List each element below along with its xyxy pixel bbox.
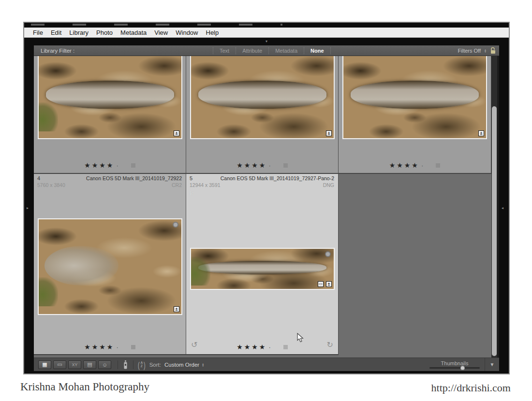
menu-view[interactable]: View (150, 29, 172, 36)
fifth-star-dot[interactable]: · (421, 162, 423, 169)
grid-right-edge (497, 56, 499, 358)
painter-tool-button[interactable] (122, 360, 129, 370)
rating-row: ★★★★ · (186, 343, 338, 351)
rating-row: ★★★★ · (34, 161, 186, 169)
filter-tab-text[interactable]: Text (213, 47, 236, 54)
toolbar-divider (133, 360, 133, 369)
star-rating[interactable]: ★★★★ (236, 161, 266, 169)
adjustment-badge[interactable]: ± (174, 306, 179, 312)
titlebar-remnant-marks (31, 24, 282, 26)
loupe-view-icon: ▭ (57, 361, 62, 368)
sort-direction-icon: ( (138, 359, 140, 369)
adjustment-badge[interactable]: ± (478, 130, 484, 136)
star-rating[interactable]: ★★★★ (84, 161, 114, 169)
filters-status-arrows-icon[interactable]: ▲▼ (484, 49, 487, 53)
thumbnails-label: Thumbnails (441, 360, 469, 366)
compare-view-button[interactable]: XY (68, 360, 81, 369)
photo-thumbnail-4[interactable]: ± (38, 218, 182, 315)
cell-filename: Canon EOS 5D Mark III_20141019_72927-Pan… (221, 175, 334, 181)
survey-view-button[interactable]: ▤ (83, 360, 96, 369)
right-panel-collapse-icon[interactable]: ◂ (502, 206, 503, 210)
loupe-view-button[interactable]: ▭ (53, 360, 66, 369)
thumbnail-badge (436, 163, 440, 168)
fifth-star-dot[interactable]: · (116, 344, 118, 351)
photo-thumbnail-2[interactable]: ± (190, 56, 335, 139)
toolbar: ▦ ▭ XY ▤ ☺ ( AZ ) Sort: Custom Order (34, 358, 499, 371)
grid-scrollbar-thumb[interactable] (492, 106, 497, 356)
filter-tab-attribute[interactable]: Attribute (236, 47, 268, 54)
thumbnails-slider-thumb[interactable] (460, 366, 465, 370)
library-filter-label: Library Filter : (41, 48, 74, 54)
library-filter-bar: Library Filter : Text Attribute Metadata… (34, 45, 499, 56)
grid-cell-1[interactable]: ± ★★★★ · (34, 56, 186, 174)
right-panel-strip: ◂ (499, 45, 509, 371)
filters-status-dropdown[interactable]: Filters Off (458, 48, 481, 54)
grid-cell-5-selected[interactable]: 5 Canon EOS 5D Mark III_20141019_72927-P… (186, 174, 339, 355)
sort-order-dropdown[interactable]: Custom Order (164, 362, 199, 368)
cell-filename: Canon EOS 5D Mark III_20141019_72922 (86, 175, 182, 181)
cell-format: DNG (323, 182, 334, 188)
cell-dimensions: 12944 x 3591 (190, 182, 221, 188)
menu-library[interactable]: Library (65, 29, 92, 36)
thumbnail-badge (283, 345, 288, 349)
grid-scrollbar-track[interactable] (491, 56, 497, 358)
filter-tabs: Text Attribute Metadata None (213, 45, 331, 56)
grid-cell-4[interactable]: 4 Canon EOS 5D Mark III_20141019_72922 5… (34, 174, 186, 355)
adjustment-badge-glyph: ± (176, 131, 178, 136)
rating-row: ★★★★ · (34, 343, 186, 351)
cropped-titlebar-remnant (24, 23, 509, 28)
grid-view-icon: ▦ (42, 361, 47, 368)
left-panel-strip: ▸ (24, 45, 34, 371)
filter-tab-metadata[interactable]: Metadata (268, 47, 304, 54)
thumbnail-badge (283, 163, 288, 168)
thumbnails-size-control: Thumbnails (429, 360, 480, 369)
grid-cell-3[interactable]: ± ★★★★ · (339, 56, 491, 174)
filter-lock-icon[interactable] (490, 47, 496, 54)
watermark-url: http://drkrishi.com (431, 382, 511, 394)
menu-photo[interactable]: Photo (92, 29, 117, 36)
chevron-down-icon: ▼ (490, 362, 495, 367)
rating-row: ★★★★ · (339, 161, 491, 169)
top-panel-collapse-icon[interactable]: ▾ (266, 39, 267, 43)
menu-help[interactable]: Help (202, 29, 223, 36)
top-panel-strip: ▾ (24, 38, 509, 45)
adjustment-badge-glyph: ± (328, 131, 330, 136)
sort-direction-icon: ) (144, 359, 146, 369)
quick-collection-badge[interactable] (173, 222, 178, 228)
crop-badge[interactable]: ▭ (318, 281, 324, 287)
filter-tab-none[interactable]: None (304, 47, 331, 54)
star-rating[interactable]: ★★★★ (84, 343, 114, 351)
mouse-cursor (297, 333, 304, 343)
adjustment-badge[interactable]: ± (326, 281, 332, 287)
adjustment-badge[interactable]: ± (326, 130, 332, 136)
lightroom-window: File Edit Library Photo Metadata View Wi… (23, 22, 510, 374)
menu-edit[interactable]: Edit (47, 29, 65, 36)
star-rating[interactable]: ★★★★ (389, 161, 419, 169)
toolbar-options-button[interactable]: ▼ (485, 358, 499, 371)
cell-format: CR2 (172, 182, 182, 188)
adjustment-badge[interactable]: ± (174, 130, 179, 136)
quick-collection-badge[interactable] (325, 251, 331, 257)
painter-spray-can-icon (122, 360, 129, 370)
star-rating[interactable]: ★★★★ (236, 343, 266, 351)
thumbnail-badge (131, 345, 135, 349)
menu-window[interactable]: Window (172, 29, 202, 36)
sort-direction-button[interactable]: ( AZ ) (138, 361, 146, 368)
fifth-star-dot[interactable]: · (268, 162, 270, 169)
fifth-star-dot[interactable]: · (116, 162, 118, 169)
grid-cell-2[interactable]: ± ★★★★ · (186, 56, 339, 174)
people-view-button[interactable]: ☺ (98, 360, 111, 369)
fifth-star-dot[interactable]: · (268, 344, 270, 351)
left-panel-collapse-icon[interactable]: ▸ (27, 206, 29, 210)
menu-metadata[interactable]: Metadata (117, 29, 150, 36)
photo-thumbnail-5[interactable]: ▭ ± (190, 248, 335, 290)
sort-order-arrows-icon[interactable]: ▲▼ (202, 363, 204, 367)
toolbar-divider (118, 360, 118, 369)
bottom-panel-strip (24, 371, 509, 373)
photo-thumbnail-3[interactable]: ± (342, 56, 487, 139)
thumbnails-slider[interactable] (429, 367, 480, 369)
menu-file[interactable]: File (29, 29, 47, 36)
photo-thumbnail-1[interactable]: ± (38, 56, 182, 139)
grid-view-button[interactable]: ▦ (38, 360, 51, 369)
flag-icon[interactable]: ⚐ (189, 190, 194, 197)
